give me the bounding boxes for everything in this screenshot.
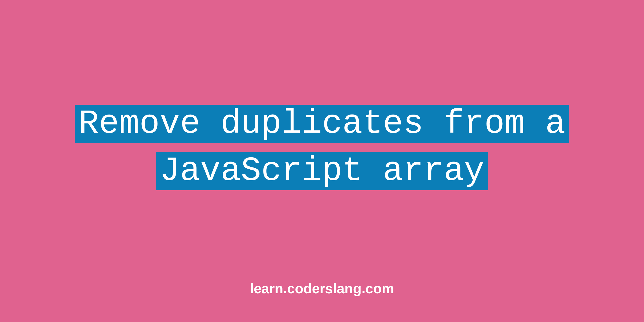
footer-url: learn.coderslang.com — [250, 281, 394, 296]
page-title: Remove duplicates from a JavaScript arra… — [75, 105, 569, 190]
footer: learn.coderslang.com — [0, 280, 644, 297]
title-container: Remove duplicates from a JavaScript arra… — [64, 100, 580, 195]
